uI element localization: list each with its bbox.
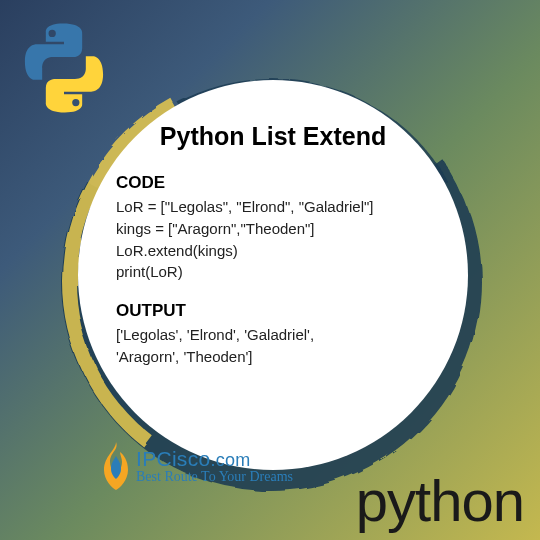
content-circle: Python List Extend CODE LoR = ["Legolas"… xyxy=(78,80,468,470)
python-wordmark: python xyxy=(356,467,524,534)
site-text: IPCisco xyxy=(136,447,210,470)
code-line: kings = ["Aragorn","Theoden"] xyxy=(116,218,430,240)
output-line: ['Legolas', 'Elrond', 'Galadriel', xyxy=(116,324,430,346)
domain-text: .com xyxy=(210,450,250,470)
page-title: Python List Extend xyxy=(116,122,430,151)
ipcisco-tagline: Best Route To Your Dreams xyxy=(136,469,293,485)
ipcisco-branding: IPCisco.com Best Route To Your Dreams xyxy=(98,440,293,492)
code-line: print(LoR) xyxy=(116,261,430,283)
code-section: CODE LoR = ["Legolas", "Elrond", "Galadr… xyxy=(116,173,430,283)
code-line: LoR = ["Legolas", "Elrond", "Galadriel"] xyxy=(116,196,430,218)
output-label: OUTPUT xyxy=(116,301,430,321)
code-line: LoR.extend(kings) xyxy=(116,240,430,262)
ipcisco-site-name: IPCisco.com xyxy=(136,447,293,471)
output-line: 'Aragorn', 'Theoden'] xyxy=(116,346,430,368)
code-label: CODE xyxy=(116,173,430,193)
python-logo-icon xyxy=(14,18,114,118)
output-section: OUTPUT ['Legolas', 'Elrond', 'Galadriel'… xyxy=(116,301,430,368)
flame-icon xyxy=(98,440,134,492)
